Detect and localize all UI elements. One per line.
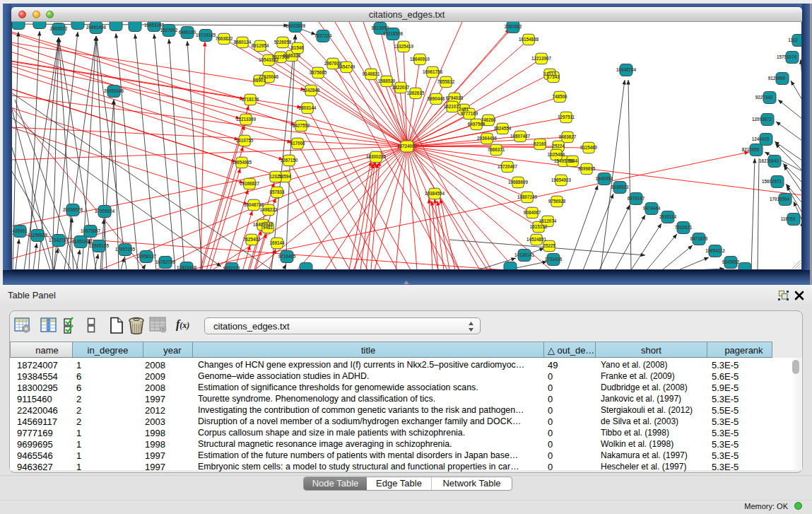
svg-text:7663822: 7663822 bbox=[216, 36, 233, 41]
svg-text:16154838: 16154838 bbox=[519, 37, 539, 42]
svg-text:10975867: 10975867 bbox=[81, 228, 101, 233]
svg-text:6879197: 6879197 bbox=[628, 196, 645, 201]
svg-text:12505155: 12505155 bbox=[89, 243, 110, 248]
svg-text:25224: 25224 bbox=[552, 144, 565, 148]
svg-text:12213369: 12213369 bbox=[236, 117, 257, 122]
svg-text:169144: 169144 bbox=[269, 240, 285, 245]
svg-text:8912954: 8912954 bbox=[252, 43, 269, 48]
svg-text:7857224: 7857224 bbox=[314, 33, 332, 38]
svg-text:9129966: 9129966 bbox=[768, 76, 786, 81]
svg-text:19384554: 19384554 bbox=[425, 191, 445, 196]
svg-text:2087682: 2087682 bbox=[505, 24, 522, 29]
svg-text:1498222: 1498222 bbox=[260, 207, 278, 212]
svg-text:8990448: 8990448 bbox=[428, 96, 445, 101]
svg-text:116753: 116753 bbox=[781, 216, 796, 221]
svg-text:18724007: 18724007 bbox=[397, 144, 418, 148]
svg-text:17359924: 17359924 bbox=[95, 209, 115, 214]
svg-text:1588520: 1588520 bbox=[378, 78, 396, 83]
svg-text:7866371: 7866371 bbox=[488, 147, 505, 152]
svg-text:1297511: 1297511 bbox=[558, 115, 575, 119]
svg-text:2935114: 2935114 bbox=[659, 214, 677, 219]
svg-text:20206576: 20206576 bbox=[63, 207, 83, 212]
svg-text:1145194: 1145194 bbox=[72, 239, 90, 244]
svg-text:14136141: 14136141 bbox=[514, 252, 535, 257]
svg-text:2405572: 2405572 bbox=[50, 26, 68, 31]
svg-text:6466160: 6466160 bbox=[179, 30, 196, 35]
svg-text:17957255: 17957255 bbox=[115, 247, 136, 252]
svg-text:9084067: 9084067 bbox=[524, 210, 541, 215]
svg-text:6497568: 6497568 bbox=[468, 122, 486, 127]
svg-text:9146821: 9146821 bbox=[363, 71, 380, 76]
svg-text:6794028: 6794028 bbox=[446, 95, 464, 100]
svg-text:12093872: 12093872 bbox=[752, 117, 772, 122]
svg-text:7632621: 7632621 bbox=[675, 225, 693, 230]
svg-text:3824554: 3824554 bbox=[494, 126, 512, 131]
svg-text:1640954: 1640954 bbox=[596, 176, 613, 181]
svg-text:9756928: 9756928 bbox=[548, 199, 566, 204]
svg-text:8215955: 8215955 bbox=[742, 147, 760, 152]
svg-text:857833: 857833 bbox=[269, 189, 285, 194]
svg-text:10653267: 10653267 bbox=[144, 23, 165, 28]
svg-text:16782759: 16782759 bbox=[155, 259, 176, 264]
svg-text:1615132: 1615132 bbox=[530, 224, 548, 229]
svg-text:20691406: 20691406 bbox=[86, 25, 107, 30]
svg-text:13325419: 13325419 bbox=[394, 44, 414, 49]
svg-text:17342737: 17342737 bbox=[49, 238, 69, 243]
svg-text:15692971: 15692971 bbox=[762, 179, 782, 184]
svg-text:16961758: 16961758 bbox=[423, 69, 443, 74]
svg-text:1244415: 1244415 bbox=[752, 136, 770, 141]
svg-text:8813054: 8813054 bbox=[372, 25, 389, 30]
svg-text:1527602: 1527602 bbox=[160, 28, 178, 33]
svg-text:10046738: 10046738 bbox=[244, 202, 264, 207]
svg-text:3267150: 3267150 bbox=[281, 158, 298, 163]
svg-text:3875685: 3875685 bbox=[310, 70, 327, 75]
svg-text:1112: 1112 bbox=[788, 37, 798, 42]
svg-text:417008: 417008 bbox=[290, 141, 305, 146]
svg-text:1610755: 1610755 bbox=[236, 138, 254, 143]
svg-text:9474444: 9474444 bbox=[643, 206, 661, 211]
svg-text:10688609: 10688609 bbox=[508, 180, 529, 185]
svg-text:1025486: 1025486 bbox=[548, 152, 565, 157]
svg-text:9699695: 9699695 bbox=[578, 166, 596, 171]
svg-text:435061: 435061 bbox=[12, 228, 28, 233]
svg-text:19654923: 19654923 bbox=[551, 177, 572, 182]
svg-text:16648784: 16648784 bbox=[616, 67, 637, 72]
svg-text:17343: 17343 bbox=[547, 74, 560, 79]
svg-text:25225: 25225 bbox=[543, 243, 555, 248]
svg-text:14524851: 14524851 bbox=[526, 237, 547, 242]
svg-text:8938923: 8938923 bbox=[611, 185, 629, 189]
svg-text:9115460: 9115460 bbox=[580, 145, 598, 150]
svg-text:20053346: 20053346 bbox=[104, 88, 124, 93]
svg-text:10654112: 10654112 bbox=[705, 248, 725, 253]
svg-text:8471676: 8471676 bbox=[690, 236, 708, 241]
svg-text:16033809: 16033809 bbox=[286, 23, 306, 28]
svg-text:12213967: 12213967 bbox=[531, 56, 552, 61]
svg-text:9245652: 9245652 bbox=[722, 259, 740, 264]
svg-text:62160: 62160 bbox=[534, 141, 546, 146]
svg-text:19654985: 19654985 bbox=[232, 160, 252, 165]
svg-text:18300295: 18300295 bbox=[366, 154, 387, 159]
svg-text:9242848: 9242848 bbox=[302, 88, 320, 93]
svg-text:20364436: 20364436 bbox=[477, 136, 498, 141]
svg-text:19166827: 19166827 bbox=[240, 181, 260, 186]
svg-text:9716485: 9716485 bbox=[278, 254, 296, 259]
svg-text:9777169: 9777169 bbox=[461, 111, 478, 116]
svg-text:3822037: 3822037 bbox=[392, 85, 410, 90]
svg-text:81546: 81546 bbox=[291, 45, 304, 50]
svg-text:2803144: 2803144 bbox=[299, 105, 317, 110]
svg-text:18640910: 18640910 bbox=[410, 57, 430, 62]
svg-text:15751074: 15751074 bbox=[777, 54, 797, 59]
svg-text:1612074: 1612074 bbox=[539, 218, 557, 223]
svg-text:10958137: 10958137 bbox=[136, 254, 157, 259]
svg-text:9481: 9481 bbox=[263, 225, 273, 230]
svg-text:18807249: 18807249 bbox=[517, 194, 538, 199]
svg-text:7855812: 7855812 bbox=[437, 79, 455, 84]
svg-text:8427552: 8427552 bbox=[293, 123, 310, 128]
svg-text:17016504: 17016504 bbox=[770, 197, 790, 201]
svg-text:10543382: 10543382 bbox=[259, 57, 279, 62]
svg-text:9227342: 9227342 bbox=[755, 95, 773, 100]
svg-text:16210643: 16210643 bbox=[759, 158, 779, 163]
svg-text:7625402: 7625402 bbox=[243, 237, 261, 242]
svg-text:11156829: 11156829 bbox=[28, 233, 47, 238]
svg-text:15720407: 15720407 bbox=[498, 164, 518, 169]
